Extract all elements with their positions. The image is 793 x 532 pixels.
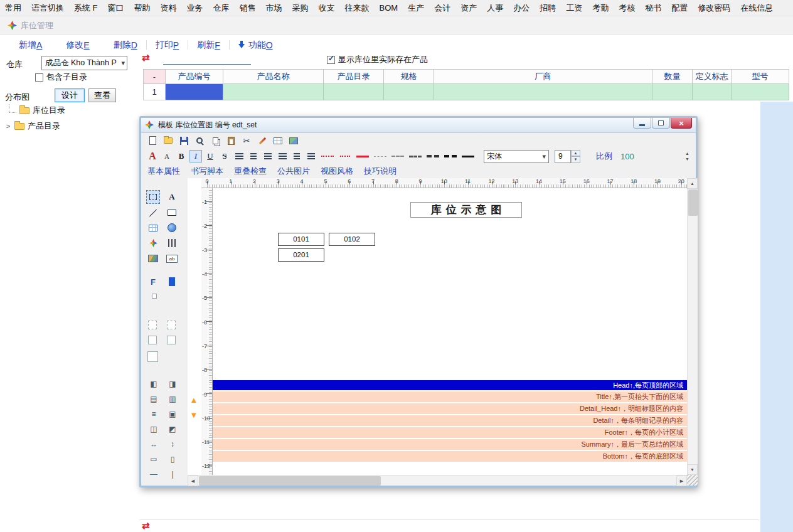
textbox-tool[interactable]: ab <box>165 252 179 265</box>
print-button[interactable]: 打印P <box>156 40 179 51</box>
align-tool-icon[interactable]: — <box>147 470 160 479</box>
swap-icon[interactable]: ⇄ <box>142 53 150 63</box>
menu-item[interactable]: 工资 <box>561 3 587 14</box>
line-style-dash-thick[interactable] <box>425 151 440 161</box>
close-button[interactable]: × <box>671 118 692 129</box>
designer-tab[interactable]: 重叠检查 <box>234 166 267 177</box>
open-icon[interactable] <box>162 135 174 146</box>
grid-cell[interactable] <box>434 84 652 100</box>
canvas-title-box[interactable]: 库位示意图 <box>410 202 522 218</box>
view-button[interactable]: 查看 <box>88 88 116 102</box>
menu-item[interactable]: 在线信息 <box>735 3 778 14</box>
align-bottom-button[interactable] <box>305 151 317 161</box>
designer-tab[interactable]: 技巧说明 <box>364 166 396 177</box>
align-tool-icon[interactable]: ◧ <box>147 380 160 388</box>
cut-icon[interactable]: ✂ <box>241 135 252 146</box>
line-style-dash-thin[interactable] <box>372 151 388 161</box>
menu-item[interactable]: 办公 <box>508 3 535 14</box>
designer-tab[interactable]: 书写脚本 <box>191 166 223 177</box>
menu-item[interactable]: 仓库 <box>208 3 235 14</box>
globe-tool[interactable] <box>165 221 179 235</box>
menu-item[interactable]: 市场 <box>261 3 287 14</box>
location-cell-0201[interactable]: 0201 <box>278 248 324 262</box>
menu-item[interactable]: 资产 <box>455 3 482 14</box>
menu-item[interactable]: 窗口 <box>103 3 129 14</box>
align-left-button[interactable] <box>233 151 245 161</box>
align-right-button[interactable] <box>262 151 274 161</box>
grid-header-cell[interactable]: 数量 <box>652 69 693 84</box>
shape-button-2[interactable] <box>167 336 176 344</box>
line-style-red-dots[interactable] <box>337 151 353 161</box>
include-subdir-checkbox[interactable]: 包含子目录 <box>35 72 87 82</box>
band-down-arrow[interactable]: ▼ <box>189 410 199 420</box>
menu-item[interactable]: 采购 <box>287 3 314 14</box>
add-button[interactable]: 新增A <box>19 40 42 51</box>
menu-item[interactable]: 秘书 <box>640 3 666 14</box>
font-size-up-button[interactable]: ▲ <box>571 150 580 157</box>
align-tool-icon[interactable]: ↕ <box>166 440 179 449</box>
menu-item[interactable]: 招聘 <box>535 3 561 14</box>
grid-cell[interactable] <box>324 84 384 100</box>
selected-cell[interactable] <box>166 84 223 100</box>
shape-button-1[interactable] <box>148 336 157 344</box>
expander-icon[interactable]: > <box>5 122 11 130</box>
grid-cell[interactable] <box>652 84 693 100</box>
menu-item[interactable]: BOM <box>375 3 403 13</box>
line-style-red-solid[interactable] <box>354 151 370 161</box>
zoom-down-button[interactable]: ▼ <box>685 157 689 161</box>
align-tool-icon[interactable]: ▣ <box>166 410 179 418</box>
menu-item[interactable]: 配置 <box>666 3 693 14</box>
font-family-select[interactable]: 宋体 ▾ <box>484 150 549 163</box>
grid-header-cell[interactable]: 型号 <box>732 69 789 84</box>
small-box-tool[interactable] <box>147 289 161 303</box>
sparkle-tool[interactable] <box>146 236 160 250</box>
menu-item[interactable]: 会计 <box>429 3 455 14</box>
menu-item[interactable]: 销售 <box>235 3 261 14</box>
band-row[interactable]: Title↑,第一页抬头下面的区域 <box>213 391 687 402</box>
table-icon[interactable] <box>272 135 284 146</box>
grid-header-cell[interactable]: 产品名称 <box>223 69 324 84</box>
designer-tab[interactable]: 视图风格 <box>321 166 353 177</box>
function-button[interactable]: 功能O <box>238 40 273 51</box>
menu-item[interactable]: 修改密码 <box>693 3 735 14</box>
menu-item[interactable]: 考核 <box>614 3 640 14</box>
tree-item-product-catalog[interactable]: > 产品目录 <box>5 121 60 131</box>
refresh-button[interactable]: 刷新F <box>197 40 220 51</box>
horizontal-scroll-thumb[interactable] <box>199 476 381 486</box>
align-tool-icon[interactable]: ↔ <box>147 440 160 449</box>
align-tool-icon[interactable]: ▤ <box>147 395 160 403</box>
menu-item[interactable]: 考勤 <box>587 3 614 14</box>
grid-header-cell[interactable]: 厂商 <box>434 69 652 84</box>
menu-item[interactable]: 系统 F <box>69 3 103 14</box>
shape-button-dashed-1[interactable] <box>148 321 157 329</box>
strikethrough-button[interactable]: S <box>218 150 231 162</box>
scroll-down-button[interactable]: ▼ <box>687 464 698 475</box>
font-color-button[interactable]: A <box>146 150 159 162</box>
menu-item[interactable]: 人事 <box>482 3 508 14</box>
copy-icon[interactable] <box>210 135 221 146</box>
bold-button[interactable]: B <box>175 150 188 162</box>
grid-header-cell[interactable]: 规格 <box>384 69 434 84</box>
dialog-title-bar[interactable]: 模板 库位位置图 编号 edt_set <box>141 118 696 133</box>
menu-item[interactable]: 帮助 <box>129 3 156 14</box>
vertical-scroll-thumb[interactable] <box>688 189 698 216</box>
location-cell-0102[interactable]: 0102 <box>329 233 375 246</box>
grid-cell[interactable] <box>693 84 732 100</box>
delete-button[interactable]: 删除D <box>114 40 137 51</box>
align-justify-button[interactable] <box>276 151 289 161</box>
row-number-cell[interactable]: 1 <box>143 84 166 100</box>
menu-item[interactable]: 收支 <box>314 3 340 14</box>
font-shrink-button[interactable]: A <box>161 150 173 162</box>
zoom-up-button[interactable]: ▲ <box>685 152 689 156</box>
rectangle-tool[interactable] <box>165 206 179 220</box>
align-tool-icon[interactable]: ≡ <box>147 410 160 418</box>
band-row[interactable]: Summary↑，最后一页总结的区域 <box>213 439 687 450</box>
grid-cell[interactable] <box>732 84 789 100</box>
paste-icon[interactable] <box>225 135 237 146</box>
align-tool-icon[interactable]: ◫ <box>147 425 160 434</box>
warehouse-select[interactable]: 成品仓 Kho Thành P ▾ <box>41 56 127 70</box>
menu-item[interactable]: 业务 <box>182 3 208 14</box>
shape-button-large[interactable] <box>147 351 158 362</box>
menu-item[interactable]: 语言切换 <box>26 3 69 14</box>
menu-item[interactable]: 往来款 <box>340 3 375 14</box>
